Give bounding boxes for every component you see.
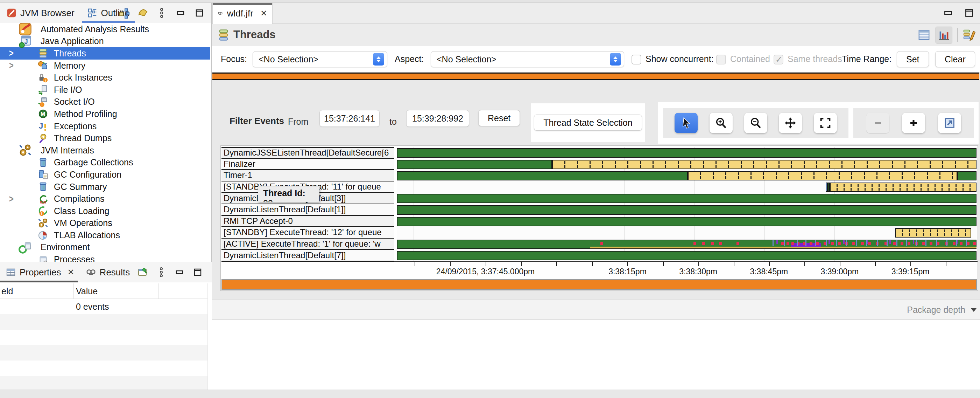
minimize-icon[interactable] [942, 7, 954, 19]
thread-name-row[interactable]: RMI TCP Accept-0 [221, 216, 394, 227]
zoom-in-icon [715, 117, 727, 129]
chart-scrollbar[interactable] [221, 279, 977, 290]
thread-timeline-row[interactable] [397, 250, 977, 261]
set-button[interactable]: Set [897, 51, 929, 67]
chevron-right-icon[interactable]: > [9, 48, 18, 59]
pencil-icon[interactable] [963, 29, 976, 42]
time-axis: 24/09/2015, 3:37:45.000pm3:38:15pm3:38:3… [221, 261, 978, 278]
thread-name-row[interactable]: [ACTIVE] ExecuteThread: '1' for queue: '… [221, 238, 394, 250]
minimize-icon[interactable] [174, 267, 185, 278]
table-row[interactable] [0, 361, 207, 376]
sidebar-item-compilations[interactable]: >010Compilations [0, 193, 210, 205]
filter-from-input[interactable]: 15:37:26:141 [320, 110, 380, 127]
sidebar-item-method-profiling[interactable]: MMethod Profiling [0, 108, 210, 120]
table-row[interactable] [0, 345, 207, 361]
lock-tree-icon[interactable] [118, 7, 129, 19]
chevron-down-icon[interactable] [971, 308, 977, 312]
sidebar-item-socket-i-o[interactable]: iSocket I/O [0, 96, 210, 108]
table-row[interactable] [0, 314, 207, 330]
zoom-out-tool-button[interactable] [744, 113, 767, 133]
kebab-icon[interactable] [156, 267, 167, 278]
thread-name-row[interactable]: DynamicListenThread[Default[7]] [221, 250, 394, 261]
sidebar-item-garbage-collections[interactable]: Garbage Collections [0, 157, 210, 169]
stepper-icon[interactable] [373, 53, 384, 66]
sidebar-item-tlab-allocations[interactable]: TLAB Allocations [0, 229, 210, 241]
sidebar-item-gc-summary[interactable]: GC Summary [0, 181, 210, 193]
thread-timeline-row[interactable] [397, 238, 977, 250]
from-label: From [288, 117, 308, 127]
kebab-icon[interactable] [156, 7, 167, 19]
pin-icon[interactable] [137, 267, 149, 278]
zoom-in-tool-button[interactable] [710, 113, 733, 133]
sidebar-item-exceptions[interactable]: JExceptions [0, 120, 210, 133]
thread-timeline-row[interactable] [397, 147, 977, 159]
maximize-icon[interactable] [963, 7, 975, 19]
thread-name-row[interactable]: DynamicListenThread[Default[1]] [221, 204, 394, 216]
properties-tab-properties[interactable]: Properties✕ [0, 262, 80, 282]
package-depth-label[interactable]: Package depth [907, 305, 965, 315]
fullscreen-tool-button[interactable] [814, 113, 837, 133]
reset-button[interactable]: Reset [478, 110, 520, 126]
table-row[interactable] [0, 330, 207, 345]
chevron-right-icon[interactable]: > [9, 60, 18, 72]
chart-view-toggle[interactable] [935, 27, 952, 43]
sidebar-item-gc-configuration[interactable]: GC Configuration [0, 168, 210, 181]
thread-timeline-row[interactable] [397, 159, 977, 170]
table-row[interactable]: 0 events [0, 299, 207, 314]
column-value: Value [76, 286, 98, 296]
axis-tick [556, 262, 557, 266]
sidebar-item-file-i-o[interactable]: File I/O [0, 84, 210, 96]
sidebar-item-jvm-internals[interactable]: JVM Internals [0, 144, 210, 157]
thread-state-selection-button[interactable]: Thread State Selection [534, 115, 642, 131]
table-icon[interactable] [917, 29, 931, 42]
clear-button[interactable]: Clear [935, 51, 975, 67]
thread-timeline-row[interactable] [397, 193, 977, 204]
editor-window-icons [942, 7, 975, 19]
maximize-icon[interactable] [194, 7, 205, 19]
thread-name-row[interactable]: DynamicJSSEListenThread[DefaultSecure[6 [221, 147, 394, 159]
sidebar-item-label: Thread Dumps [54, 133, 111, 143]
stepper-icon[interactable] [610, 53, 621, 66]
sidebar-item-label: Exceptions [54, 121, 97, 131]
sidebar-item-lock-instances[interactable]: iLock Instances [0, 72, 210, 84]
external-button[interactable] [938, 113, 961, 133]
aspect-dropdown[interactable]: <No Selection> [431, 51, 624, 67]
left-tab-jvm-browser[interactable]: JVM Browser [0, 3, 81, 23]
maximize-icon[interactable] [192, 267, 203, 278]
sidebar-item-threads[interactable]: >Threads [0, 47, 210, 59]
sidebar-item-java-application[interactable]: JJava Application [0, 35, 210, 48]
time-range-bar[interactable] [212, 72, 979, 80]
minimize-icon[interactable] [175, 7, 186, 19]
move-tool-button[interactable] [779, 113, 802, 133]
thread-name-row[interactable]: Timer-1 [221, 170, 394, 182]
blue-event-mark [846, 240, 847, 246]
close-icon[interactable]: ✕ [260, 8, 267, 18]
show-concurrent-checkbox[interactable] [632, 55, 641, 64]
thread-timeline-row[interactable] [397, 216, 977, 227]
sidebar-item-vm-operations[interactable]: VM Operations [0, 217, 210, 230]
sidebar-item-automated-analysis-results[interactable]: Automated Analysis Results [0, 23, 210, 35]
filter-from-value: 15:37:26:141 [324, 113, 375, 124]
focus-dropdown[interactable]: <No Selection> [253, 51, 387, 67]
undo-arrow-icon[interactable] [137, 7, 148, 19]
thread-timeline-row[interactable] [397, 182, 977, 193]
chevron-right-icon[interactable]: > [9, 193, 18, 205]
plus-button[interactable] [902, 113, 925, 133]
sidebar-item-processes[interactable]: Processes [0, 253, 210, 262]
sidebar-item-memory[interactable]: >Memory [0, 59, 210, 72]
sidebar-item-thread-dumps[interactable]: Thread Dumps [0, 132, 210, 144]
properties-tab-results[interactable]: Results [80, 262, 136, 282]
close-icon[interactable]: ✕ [67, 267, 75, 277]
thread-name-row[interactable]: Finalizer [221, 159, 394, 170]
thread-timeline-row[interactable] [397, 204, 977, 216]
editor-tab-wldf-jfr[interactable]: wldf.jfr ✕ [212, 3, 272, 24]
thread-name-row[interactable]: [STANDBY] ExecuteThread: '12' for queue [221, 227, 394, 238]
minus-button[interactable] [866, 113, 889, 133]
thread-timeline-row[interactable] [397, 170, 977, 182]
pointer-tool-button[interactable] [675, 113, 698, 133]
sidebar-item-environment[interactable]: Environment [0, 241, 210, 254]
sidebar-item-class-loading[interactable]: iClass Loading [0, 205, 210, 217]
table-row[interactable] [0, 376, 207, 390]
thread-timeline-row[interactable] [397, 227, 977, 238]
filter-to-input[interactable]: 15:39:28:992 [406, 110, 469, 127]
